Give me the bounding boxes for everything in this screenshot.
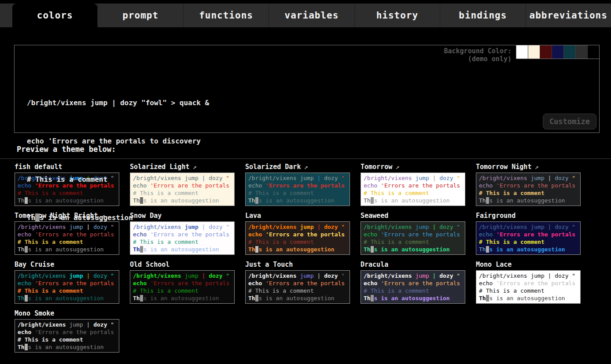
card-line-quote: echo 'Errors are the portals	[479, 279, 578, 287]
theme-name: Dracula	[361, 261, 388, 268]
tab-variables[interactable]: variables	[269, 4, 354, 27]
theme-name: Mono Smoke	[15, 309, 54, 317]
card-line-quote: echo 'Errors are the portals	[18, 328, 116, 336]
token-path: /bright/vixens	[133, 272, 181, 279]
token-path: /bright/vixens	[18, 272, 66, 279]
token-auto: s is an autosuggestion	[489, 295, 565, 301]
bg-swatch-2[interactable]	[540, 45, 552, 59]
autosuggestion-text: s is an autosuggestion	[40, 213, 133, 222]
card-line-autosuggestion: This is an autosuggestion	[479, 294, 578, 302]
background-color-picker: Background Color: (demo only)	[444, 45, 600, 63]
theme-title: Dracula	[361, 261, 465, 270]
theme-card-just-a-touch[interactable]: /bright/vixens jump | dozy "echo 'Errors…	[245, 270, 350, 304]
token-comment: # This is a comment	[248, 287, 314, 294]
token-cmd2: dozy	[93, 321, 107, 328]
bg-swatch-5[interactable]	[575, 45, 587, 59]
bg-swatch-0[interactable]	[516, 45, 528, 59]
customize-button[interactable]: Customize	[543, 114, 596, 129]
tab-abbreviations[interactable]: abbreviations	[526, 4, 611, 27]
token-echo: echo	[133, 280, 147, 287]
card-line-autosuggestion: This is an autosuggestion	[18, 294, 116, 302]
token-auto: s is an autosuggestion	[374, 295, 449, 301]
token-pipe: |	[317, 272, 321, 279]
theme-card-old-school[interactable]: /bright/vixens jump | dozy "echo 'Errors…	[130, 270, 235, 304]
token-pipe: |	[87, 321, 90, 328]
theme-old-school: Old School/bright/vixens jump | dozy "ec…	[130, 261, 235, 304]
theme-card-bay-cruise[interactable]: /bright/vixens jump | dozy "echo 'Errors…	[15, 270, 119, 304]
token-quote: "	[110, 321, 114, 328]
token-str: 'Errors are the portals	[496, 280, 575, 287]
card-line-quote: echo 'Errors are the portals	[364, 279, 462, 287]
theme-mono-lace: Mono Lace/bright/vixens jump | dozy "ech…	[476, 261, 581, 304]
bg-swatch-1[interactable]	[528, 45, 540, 59]
typed-text: Th	[27, 213, 35, 222]
token-comment: # This is a comment	[133, 287, 199, 294]
card-line-command: /bright/vixens jump | dozy "	[18, 272, 116, 279]
tab-history[interactable]: history	[354, 4, 440, 27]
token-auto: s is an autosuggestion	[258, 295, 334, 301]
bg-swatch-3[interactable]	[552, 45, 563, 59]
card-line-command: /bright/vixens jump | dozy "	[364, 272, 462, 279]
theme-name: Bay Cruise	[15, 261, 54, 268]
token-cmd2: dozy	[93, 272, 107, 279]
token-str: 'Errors are the portals	[265, 280, 345, 287]
token-quote: "	[341, 272, 345, 279]
token-auto: s is an autosuggestion	[28, 295, 103, 301]
token-echo: echo	[479, 280, 493, 287]
theme-title: Old School	[130, 261, 235, 270]
token-param: jump	[69, 272, 83, 279]
token-typed: Th	[479, 295, 486, 301]
tab-colors[interactable]: colors	[12, 4, 97, 27]
token-auto: s is an autosuggestion	[143, 295, 219, 301]
card-line-autosuggestion: This is an autosuggestion	[364, 294, 462, 302]
theme-title: Just a Touch	[245, 261, 350, 270]
token-pipe: |	[433, 272, 436, 279]
theme-name: Mono Lace	[476, 261, 512, 268]
token-str: 'Errors are the portals	[150, 280, 229, 287]
card-line-autosuggestion: This is an autosuggestion	[248, 294, 347, 302]
theme-card-mono-smoke[interactable]: /bright/vixens jump | dozy "echo 'Errors…	[15, 319, 119, 353]
tab-bindings[interactable]: bindings	[440, 4, 525, 27]
card-line-command: /bright/vixens jump | dozy "	[18, 321, 116, 328]
tab-functions[interactable]: functions	[183, 4, 269, 27]
sample-line-command: /bright/vixens jump | dozy "fowl" > quac…	[27, 96, 599, 109]
sample-line-quote: echo 'Errors are the portals to discover…	[27, 135, 599, 147]
background-color-label: Background Color: (demo only)	[444, 45, 512, 63]
token-str: 'Errors are the portals	[35, 280, 114, 287]
card-line-quote: echo 'Errors are the portals	[18, 279, 116, 287]
token-param: jump	[300, 272, 313, 279]
theme-card-mono-lace[interactable]: /bright/vixens jump | dozy "echo 'Errors…	[476, 270, 581, 304]
token-typed: Th	[133, 295, 140, 301]
theme-title: Mono Lace	[476, 261, 581, 270]
token-typed: Th	[18, 344, 25, 350]
token-param: jump	[184, 272, 198, 279]
bg-swatch-6[interactable]	[587, 45, 599, 59]
token-path: /bright/vixens	[479, 272, 527, 279]
bg-swatch-4[interactable]	[563, 45, 575, 59]
token-path: /bright/vixens	[248, 272, 297, 279]
card-line-autosuggestion: This is an autosuggestion	[133, 294, 232, 302]
sample-line-autosuggestion: This is an autosuggestion	[27, 211, 599, 224]
token-comment: # This is a comment	[479, 287, 545, 294]
token-str: 'Errors are the portals	[35, 329, 114, 335]
theme-just-a-touch: Just a Touch/bright/vixens jump | dozy "…	[245, 261, 350, 304]
card-line-comment: # This is a comment	[18, 287, 116, 294]
token-typed: Th	[248, 295, 255, 301]
token-echo: echo	[18, 329, 31, 335]
token-cmd2: dozy	[555, 272, 568, 279]
theme-title: Bay Cruise	[15, 261, 119, 270]
tab-prompt[interactable]: prompt	[97, 4, 183, 27]
token-path: /bright/vixens	[18, 321, 66, 328]
token-typed: Th	[364, 295, 371, 301]
theme-bay-cruise: Bay Cruise/bright/vixens jump | dozy "ec…	[15, 261, 119, 304]
token-comment: # This is a comment	[18, 287, 83, 294]
card-line-comment: # This is a comment	[364, 287, 462, 294]
token-param: jump	[530, 272, 544, 279]
theme-dracula: Dracula/bright/vixens jump | dozy "echo …	[361, 261, 465, 304]
token-echo: echo	[18, 280, 31, 287]
token-auto: s is an autosuggestion	[28, 344, 103, 350]
cursor-block: i	[35, 213, 40, 222]
theme-card-dracula[interactable]: /bright/vixens jump | dozy "echo 'Errors…	[361, 270, 465, 304]
token-cmd2: dozy	[439, 272, 453, 279]
token-comment: # This is a comment	[18, 336, 83, 343]
